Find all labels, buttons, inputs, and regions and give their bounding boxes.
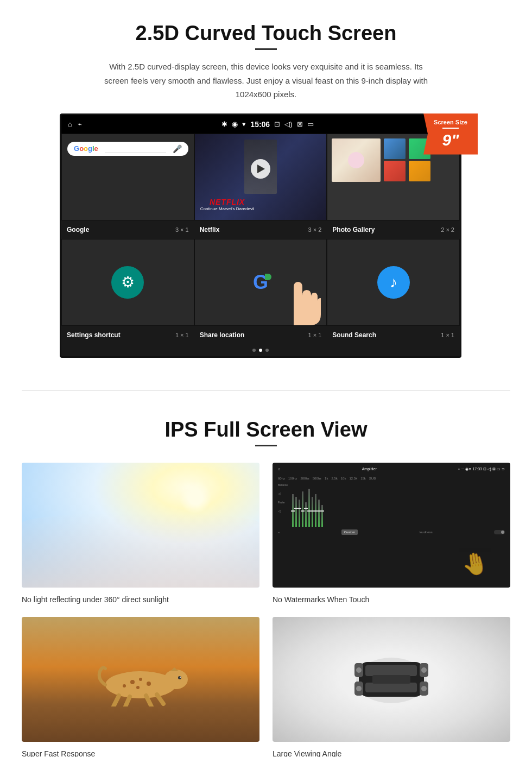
- share-label-name: Share location: [200, 331, 245, 339]
- cheetah-caption: Super Fast Response: [22, 749, 259, 758]
- location-icon: ◉: [232, 120, 238, 128]
- status-time: 15:06: [250, 120, 270, 129]
- amp-hand-icon: 🤚: [459, 549, 490, 579]
- amp-toggle-knob: [501, 531, 504, 534]
- google-app-cell[interactable]: Google 🎤: [61, 134, 194, 220]
- badge-label: Screen Size: [431, 119, 470, 125]
- amp-slider-8[interactable]: [315, 494, 316, 527]
- amp-slider-6[interactable]: [308, 489, 310, 527]
- home-icon[interactable]: ⌂: [68, 120, 72, 128]
- status-center: ✱ ◉ ▾ 15:06 ⊡ ◁) ⊠ ▭: [221, 120, 313, 129]
- title-divider: [255, 48, 277, 50]
- bluetooth-icon: ✱: [221, 120, 227, 128]
- netflix-label-size: 3 × 2: [308, 226, 322, 233]
- section2-title: IPS Full Screen View: [22, 418, 510, 441]
- settings-icon: ⚙: [111, 266, 144, 299]
- svg-point-25: [356, 686, 362, 691]
- share-label: Share location 1 × 1: [194, 329, 327, 341]
- netflix-label-name: Netflix: [200, 226, 220, 234]
- page-dot-2[interactable]: [259, 349, 262, 352]
- window-icon: ▭: [307, 120, 314, 128]
- app-grid-top: Google 🎤 NETFLIX Continue Marv: [61, 134, 460, 220]
- amp-slider-2[interactable]: [295, 497, 297, 527]
- netflix-app-cell[interactable]: NETFLIX Continue Marvel's Daredevil: [194, 134, 327, 220]
- car-image: [273, 617, 510, 742]
- netflix-label: Netflix 3 × 2: [194, 224, 327, 236]
- amplifier-image: ⌂ Amplifier ▪ ··· ◉ ▾ 17:33 ⊡ ◁) ⊠ ▭ ⊃ 6…: [273, 463, 510, 588]
- amp-sliders: [290, 483, 505, 527]
- feature-car: Large Viewing Angle: [273, 617, 510, 758]
- gallery-thumb-2: [384, 161, 406, 181]
- google-search-input[interactable]: [105, 144, 166, 153]
- pagination-dots: [61, 344, 460, 356]
- amp-custom-button[interactable]: Custom: [341, 529, 358, 535]
- status-left: ⌂ ⌁: [68, 120, 82, 128]
- amp-slider-1[interactable]: [292, 494, 294, 527]
- ips-title-divider: [255, 445, 277, 446]
- svg-point-13: [180, 677, 181, 678]
- settings-label: Settings shortcut 1 × 1: [61, 329, 194, 341]
- amp-slider-group: [292, 483, 503, 527]
- amp-title: Amplifier: [362, 467, 377, 471]
- svg-point-8: [139, 678, 142, 681]
- svg-point-11: [136, 686, 140, 689]
- gallery-thumb-1: [384, 138, 406, 159]
- svg-marker-2: [170, 667, 179, 671]
- music-icon: ♪: [377, 266, 410, 299]
- netflix-brand: NETFLIX: [200, 198, 255, 206]
- sunlight-image: [22, 463, 259, 588]
- netflix-logo-overlay: NETFLIX Continue Marvel's Daredevil: [200, 198, 255, 211]
- car-svg: [348, 652, 435, 706]
- mic-icon[interactable]: 🎤: [173, 144, 182, 153]
- svg-line-4: [125, 697, 130, 706]
- cheetah-image: [22, 617, 259, 742]
- amp-footer: « Custom loudness: [276, 528, 507, 537]
- gallery-label: Photo Gallery 2 × 2: [327, 224, 460, 236]
- amp-back[interactable]: «: [278, 531, 280, 534]
- sunlight-visual: [22, 463, 259, 588]
- amp-freq-labels: 60hz100hz200hz500hz1k2.5k10k12.5k15kSUB: [276, 475, 507, 482]
- gallery-thumb-4: [409, 161, 430, 181]
- amp-slider-3[interactable]: [299, 500, 300, 527]
- svg-point-24: [421, 667, 427, 673]
- app-grid-bottom: ⚙ G ♪: [61, 239, 460, 326]
- app-labels-row1: Google 3 × 1 Netflix 3 × 2 Photo Gallery…: [61, 220, 460, 239]
- gallery-main-thumb: [332, 138, 381, 182]
- svg-line-6: [157, 695, 163, 704]
- sound-label-size: 1 × 1: [441, 332, 454, 338]
- feature-amplifier: ⌂ Amplifier ▪ ··· ◉ ▾ 17:33 ⊡ ◁) ⊠ ▭ ⊃ 6…: [273, 463, 510, 604]
- google-logo: Google: [74, 144, 98, 153]
- feature-sunlight: No light reflecting under 360° direct su…: [22, 463, 259, 604]
- amp-slider-5[interactable]: [305, 502, 307, 527]
- page-dot-3[interactable]: [265, 349, 269, 352]
- amp-slider-4[interactable]: [302, 491, 303, 527]
- ips-section: IPS Full Screen View No light reflecting…: [0, 407, 532, 758]
- netflix-play-button[interactable]: [251, 159, 270, 179]
- cheetah-svg: [86, 652, 195, 706]
- gallery-label-name: Photo Gallery: [332, 226, 375, 234]
- google-search-bar[interactable]: Google 🎤: [67, 142, 188, 156]
- amp-slider-10[interactable]: [321, 505, 323, 527]
- page-dot-1[interactable]: [252, 349, 256, 352]
- sound-search-cell[interactable]: ♪: [327, 239, 460, 326]
- sound-label: Sound Search 1 × 1: [327, 329, 460, 341]
- settings-label-name: Settings shortcut: [67, 331, 121, 339]
- svg-point-1: [164, 670, 188, 689]
- status-bar: ⌂ ⌁ ✱ ◉ ▾ 15:06 ⊡ ◁) ⊠ ▭: [61, 115, 460, 134]
- amp-slider-9[interactable]: [318, 500, 320, 527]
- amp-loudness-toggle[interactable]: [494, 530, 505, 534]
- play-triangle-icon: [257, 165, 265, 173]
- section-divider-line: [22, 390, 510, 391]
- settings-label-size: 1 × 1: [175, 332, 189, 338]
- google-label-size: 3 × 1: [175, 226, 189, 233]
- amp-header: ⌂ Amplifier ▪ ··· ◉ ▾ 17:33 ⊡ ◁) ⊠ ▭ ⊃: [276, 466, 507, 472]
- svg-point-9: [147, 682, 151, 686]
- amp-side-labels: Balance ◁) Fader ◁): [276, 482, 507, 528]
- app-labels-row2: Settings shortcut 1 × 1 Share location 1…: [61, 326, 460, 344]
- feature-grid: No light reflecting under 360° direct su…: [22, 463, 510, 758]
- share-location-cell[interactable]: G: [194, 239, 327, 326]
- device-screen: ⌂ ⌁ ✱ ◉ ▾ 15:06 ⊡ ◁) ⊠ ▭: [60, 113, 461, 358]
- settings-app-cell[interactable]: ⚙: [61, 239, 194, 326]
- amp-slider-7[interactable]: [312, 497, 313, 527]
- amp-status: ▪ ··· ◉ ▾ 17:33 ⊡ ◁) ⊠ ▭ ⊃: [458, 467, 505, 471]
